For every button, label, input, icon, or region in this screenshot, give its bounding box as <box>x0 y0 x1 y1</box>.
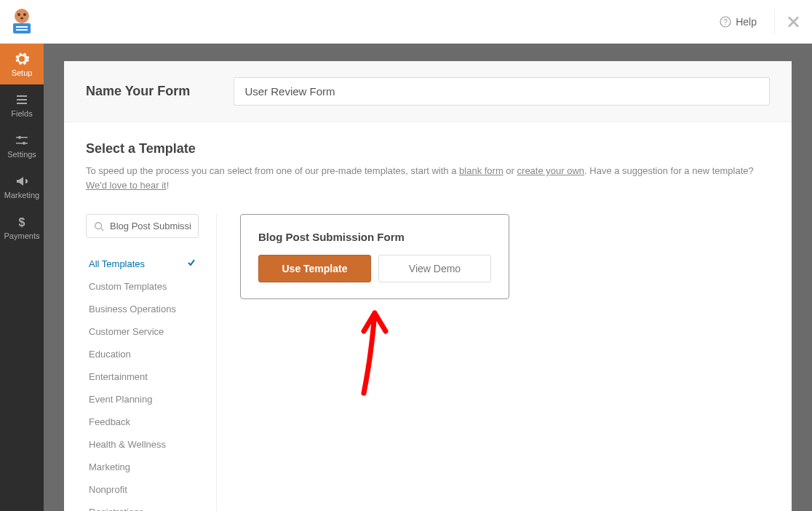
svg-rect-10 <box>17 99 27 100</box>
category-health-wellness[interactable]: Health & Wellness <box>86 433 199 456</box>
app-logo <box>0 0 44 44</box>
dollar-icon: $ <box>15 215 29 229</box>
sliders-icon <box>15 133 29 148</box>
template-search[interactable] <box>86 214 199 238</box>
template-card-title: Blog Post Submission Form <box>258 231 491 243</box>
category-all-templates[interactable]: All Templates <box>86 253 199 275</box>
svg-rect-14 <box>16 143 28 144</box>
topbar: ? Help <box>0 0 812 44</box>
sidebar-label: Settings <box>7 150 36 159</box>
help-label: Help <box>736 16 757 28</box>
svg-point-2 <box>23 13 26 16</box>
category-registrations[interactable]: Registrations <box>86 501 199 511</box>
sidebar-item-payments[interactable]: $ Payments <box>0 207 44 247</box>
svg-rect-4 <box>13 23 31 33</box>
svg-text:?: ? <box>723 18 728 26</box>
sidebar: Setup Fields Settings Marketing $ Paymen… <box>0 44 44 511</box>
category-entertainment[interactable]: Entertainment <box>86 365 199 388</box>
svg-rect-6 <box>16 29 28 31</box>
sidebar-label: Setup <box>12 68 33 77</box>
template-section-desc: To speed up the process you can select f… <box>86 164 770 192</box>
category-custom-templates[interactable]: Custom Templates <box>86 275 199 298</box>
svg-point-1 <box>17 13 20 16</box>
help-icon: ? <box>720 16 731 28</box>
svg-rect-5 <box>16 26 28 28</box>
form-name-label: Name Your Form <box>86 84 190 99</box>
category-business-operations[interactable]: Business Operations <box>86 298 199 320</box>
svg-rect-11 <box>17 103 27 104</box>
create-own-link[interactable]: create your own <box>517 165 585 176</box>
svg-rect-12 <box>16 137 28 138</box>
category-list: All Templates Custom Templates Business … <box>86 253 199 511</box>
sidebar-item-setup[interactable]: Setup <box>0 44 44 84</box>
category-nonprofit[interactable]: Nonprofit <box>86 478 199 501</box>
bullhorn-icon <box>15 174 29 189</box>
category-event-planning[interactable]: Event Planning <box>86 388 199 411</box>
gear-icon <box>15 52 29 66</box>
sidebar-item-fields[interactable]: Fields <box>0 84 44 125</box>
category-education[interactable]: Education <box>86 343 199 365</box>
sidebar-label: Fields <box>11 109 32 118</box>
search-icon <box>94 221 104 231</box>
setup-panel: Name Your Form Select a Template To spee… <box>64 61 792 511</box>
sidebar-label: Payments <box>4 231 40 240</box>
template-card: Blog Post Submission Form Use Template V… <box>240 214 509 299</box>
list-icon <box>15 92 29 107</box>
check-icon <box>187 258 196 269</box>
template-section-title: Select a Template <box>86 141 770 157</box>
svg-point-3 <box>20 17 23 19</box>
svg-point-13 <box>18 135 21 138</box>
form-name-input[interactable] <box>234 77 770 106</box>
category-feedback[interactable]: Feedback <box>86 411 199 433</box>
svg-point-15 <box>23 141 25 144</box>
svg-text:$: $ <box>19 216 25 229</box>
use-template-button[interactable]: Use Template <box>258 255 371 282</box>
sidebar-item-settings[interactable]: Settings <box>0 125 44 166</box>
suggest-link[interactable]: We'd love to hear it <box>86 180 167 191</box>
sidebar-item-marketing[interactable]: Marketing <box>0 166 44 207</box>
close-button[interactable] <box>774 9 800 35</box>
help-link[interactable]: ? Help <box>720 16 757 28</box>
category-marketing[interactable]: Marketing <box>86 456 199 478</box>
svg-point-17 <box>95 222 102 229</box>
svg-point-0 <box>15 9 29 23</box>
view-demo-button[interactable]: View Demo <box>378 255 491 282</box>
template-search-input[interactable] <box>110 221 191 231</box>
sidebar-label: Marketing <box>4 191 39 199</box>
svg-line-18 <box>101 228 104 231</box>
category-customer-service[interactable]: Customer Service <box>86 320 199 343</box>
svg-rect-9 <box>17 95 27 97</box>
close-icon <box>787 15 800 29</box>
blank-form-link[interactable]: blank form <box>459 165 503 176</box>
